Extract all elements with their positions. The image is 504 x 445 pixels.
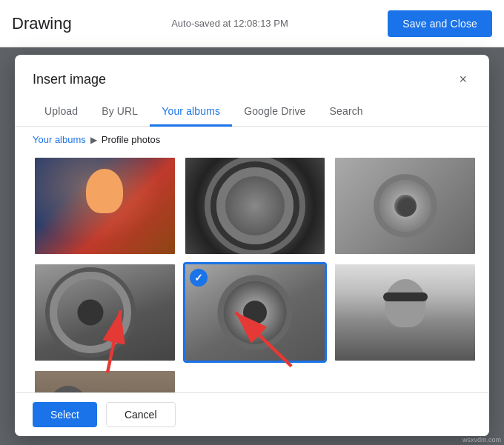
photo-thumbnail-4 [35, 264, 175, 361]
autosave-status: Auto-saved at 12:08:13 PM [171, 18, 288, 29]
tab-youralbums[interactable]: Your albums [150, 98, 232, 127]
photo-item-2[interactable] [183, 155, 328, 256]
photo-item-1[interactable] [33, 155, 177, 256]
cancel-button[interactable]: Cancel [106, 402, 176, 427]
photo-thumbnail-1 [35, 158, 175, 254]
background-area: Insert image × Upload By URL Your albums… [0, 47, 504, 445]
watermark: wsxvdm.com [462, 436, 501, 444]
photo-thumbnail-2 [185, 158, 325, 254]
dialog-close-button[interactable]: × [454, 70, 471, 89]
photo-grid: ✓ [33, 155, 477, 392]
tab-search[interactable]: Search [318, 98, 375, 127]
breadcrumb-parent-link[interactable]: Your albums [33, 134, 86, 145]
photo-item-6[interactable] [333, 262, 477, 363]
breadcrumb: Your albums ▶ Profile photos [15, 127, 489, 150]
dialog-title: Insert image [33, 72, 106, 87]
tab-upload[interactable]: Upload [33, 98, 90, 127]
photo-grid-container: ✓ [15, 150, 489, 392]
breadcrumb-arrow-icon: ▶ [90, 135, 97, 145]
breadcrumb-current: Profile photos [102, 134, 161, 145]
photo-thumbnail-3 [335, 158, 475, 254]
dialog-footer: Select Cancel [15, 392, 489, 436]
photo-item-3[interactable] [333, 155, 477, 256]
photo-item-4[interactable] [33, 262, 177, 363]
photo-thumbnail-6 [335, 264, 475, 361]
selected-checkmark-icon: ✓ [190, 269, 208, 287]
tab-byurl[interactable]: By URL [90, 98, 150, 127]
photo-item-5[interactable]: ✓ [183, 262, 328, 363]
insert-image-dialog: Insert image × Upload By URL Your albums… [15, 55, 489, 436]
save-close-button[interactable]: Save and Close [388, 10, 492, 37]
photo-thumbnail-7 [35, 371, 175, 392]
tabs-bar: Upload By URL Your albums Google Drive S… [15, 98, 489, 127]
photo-item-7[interactable] [33, 369, 177, 392]
app-title: Drawing [12, 14, 72, 33]
tab-googledrive[interactable]: Google Drive [232, 98, 317, 127]
select-button[interactable]: Select [33, 402, 97, 427]
top-bar: Drawing Auto-saved at 12:08:13 PM Save a… [0, 0, 504, 47]
dialog-header: Insert image × [15, 55, 489, 89]
